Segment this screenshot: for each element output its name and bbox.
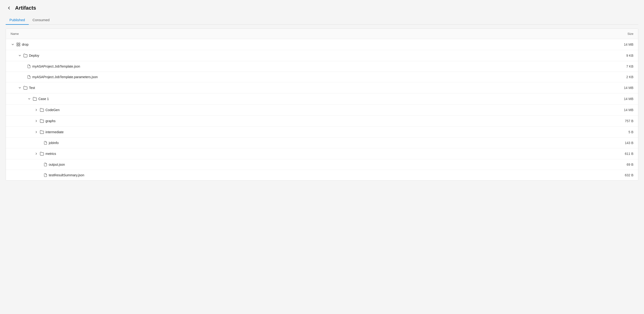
chevron-right-icon[interactable] [34, 130, 38, 134]
row-label-intermediate: intermediate [46, 130, 64, 134]
table-row: intermediate 5 B [6, 127, 638, 138]
table-row: CodeGen 14 MB [6, 104, 638, 116]
table-row: Test 14 MB [6, 82, 638, 93]
row-label-drop: drop [22, 43, 28, 46]
chevron-right-icon[interactable] [34, 119, 38, 123]
row-label-graphs: graphs [46, 119, 56, 123]
column-header-size: Size [628, 32, 634, 35]
row-name-graphs: graphs [34, 119, 56, 123]
back-button[interactable] [6, 5, 12, 11]
row-size-outputjson: 69 B [614, 163, 634, 166]
file-icon [27, 75, 31, 79]
row-size-graphs: 757 B [614, 119, 634, 123]
table-row: output.json 69 B [6, 159, 638, 170]
chevron-down-icon[interactable] [27, 97, 31, 101]
row-label-file2: myASAProject.JobTemplate.parameters.json [32, 75, 98, 79]
table-row: Case 1 14 MB [6, 93, 638, 104]
folder-icon [23, 53, 28, 58]
row-size-file1: 7 KB [614, 64, 634, 68]
row-label-case1: Case 1 [38, 97, 49, 101]
folder-icon [40, 130, 44, 134]
tab-consumed[interactable]: Consumed [29, 15, 54, 25]
file-icon [27, 64, 31, 68]
svg-rect-0 [17, 43, 18, 44]
row-label-jobinfo: jobInfo [49, 141, 59, 145]
table-row: myASAProject.JobTemplate.parameters.json… [6, 72, 638, 82]
row-size-intermediate: 5 B [614, 130, 634, 134]
row-size-drop: 14 MB [614, 43, 634, 46]
row-size-file2: 2 KB [614, 75, 634, 79]
chevron-down-icon[interactable] [18, 86, 22, 90]
row-name-case1: Case 1 [27, 97, 49, 101]
table-row: graphs 757 B [6, 116, 638, 127]
table-row: Deploy 9 KB [6, 50, 638, 61]
folder-icon [23, 86, 28, 90]
row-name-outputjson: output.json [44, 163, 65, 166]
column-header-name: Name [10, 32, 19, 35]
svg-rect-3 [19, 45, 20, 46]
artifacts-table: Name Size drop 14 MB [6, 28, 638, 181]
row-name-codegen: CodeGen [34, 108, 60, 112]
row-label-file1: myASAProject.JobTemplate.json [32, 64, 80, 68]
row-label-test: Test [29, 86, 35, 90]
row-size-jobinfo: 143 B [614, 141, 634, 145]
row-label-deploy: Deploy [29, 54, 39, 57]
row-size-testresult: 632 B [614, 173, 634, 177]
svg-rect-2 [17, 45, 18, 46]
row-size-metrics: 611 B [614, 152, 634, 156]
row-name-test: Test [18, 86, 35, 90]
table-row: testResultSummary.json 632 B [6, 170, 638, 180]
page: Artifacts Published Consumed Name Size [0, 0, 644, 314]
table-row: metrics 611 B [6, 148, 638, 159]
folder-icon [33, 97, 37, 101]
chevron-down-icon[interactable] [18, 53, 22, 58]
row-name-testresult: testResultSummary.json [44, 173, 84, 177]
row-name-jobinfo: jobInfo [44, 141, 59, 145]
tab-bar: Published Consumed [6, 15, 638, 25]
row-name-file2: myASAProject.JobTemplate.parameters.json [27, 75, 98, 79]
chevron-down-icon[interactable] [10, 42, 15, 47]
chevron-right-icon[interactable] [34, 108, 38, 112]
row-size-codegen: 14 MB [614, 108, 634, 112]
tab-published[interactable]: Published [6, 15, 29, 25]
page-title: Artifacts [15, 5, 36, 11]
row-name-drop: drop [10, 42, 28, 47]
svg-rect-1 [19, 43, 20, 44]
row-label-testresult: testResultSummary.json [49, 173, 84, 177]
table-row: jobInfo 143 B [6, 138, 638, 148]
table-row: myASAProject.JobTemplate.json 7 KB [6, 61, 638, 72]
table-row: drop 14 MB [6, 39, 638, 50]
table-header: Name Size [6, 29, 638, 39]
row-size-case1: 14 MB [614, 97, 634, 101]
file-icon [44, 141, 47, 145]
folder-icon [40, 119, 44, 123]
row-size-test: 14 MB [614, 86, 634, 90]
row-name-deploy: Deploy [18, 53, 39, 58]
row-label-outputjson: output.json [49, 163, 65, 166]
folder-icon [40, 152, 44, 156]
folder-icon [40, 108, 44, 112]
folder-drop-icon [16, 42, 20, 47]
row-name-intermediate: intermediate [34, 130, 64, 134]
row-label-codegen: CodeGen [46, 108, 60, 112]
row-label-metrics: metrics [46, 152, 56, 156]
row-name-file1: myASAProject.JobTemplate.json [27, 64, 80, 68]
row-name-metrics: metrics [34, 152, 56, 156]
file-icon [44, 173, 47, 177]
row-size-deploy: 9 KB [614, 54, 634, 57]
page-header: Artifacts [6, 5, 638, 11]
chevron-right-icon[interactable] [34, 152, 38, 156]
file-icon [44, 163, 47, 166]
